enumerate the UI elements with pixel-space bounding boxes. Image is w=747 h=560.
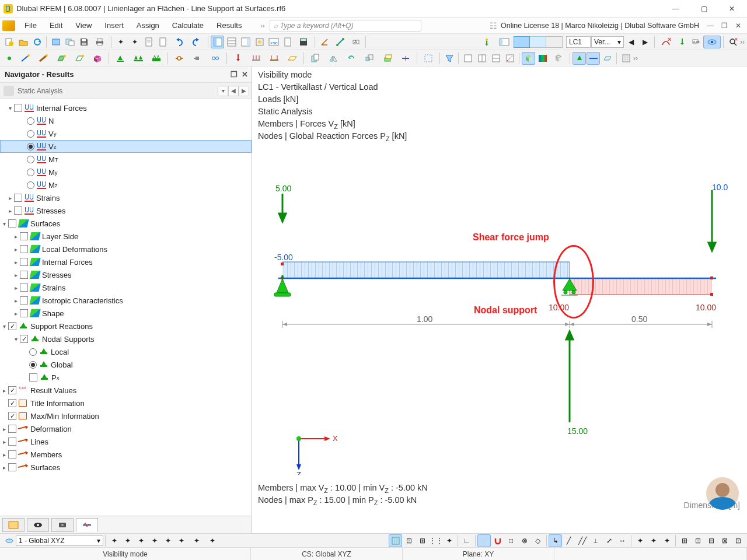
bb-g5[interactable]: ↔	[616, 534, 629, 547]
tb-block-button[interactable]	[49, 36, 62, 48]
menu-calculate[interactable]: Calculate	[166, 19, 210, 32]
t2-surfres-button[interactable]	[601, 52, 614, 65]
tb-star1-button[interactable]: ✦	[114, 36, 127, 48]
bb-d2[interactable]: ⊡	[691, 534, 704, 547]
t2-node-button[interactable]	[2, 52, 16, 65]
tree-if-vz[interactable]: Vz	[0, 140, 252, 153]
bb-g1[interactable]: ╱	[562, 534, 575, 547]
t2-solid-button[interactable]	[89, 52, 106, 65]
tb-tag-button[interactable]: x.xx	[689, 36, 703, 48]
tree-title-info[interactable]: Title Information	[0, 397, 252, 410]
tree-maxmin[interactable]: Max/Min Information	[0, 410, 252, 422]
t2-nload-button[interactable]	[229, 52, 247, 65]
t2-v1-button[interactable]	[461, 52, 474, 65]
t2-solid2-button[interactable]	[550, 52, 567, 65]
bb-os4[interactable]: ◇	[531, 534, 544, 547]
t2-grid-button[interactable]	[619, 52, 633, 65]
tb-script-button[interactable]: >sc	[267, 36, 280, 48]
tree-if-my[interactable]: My	[0, 166, 252, 178]
bb-7[interactable]: ✦	[188, 534, 205, 547]
tb-save-button[interactable]	[77, 36, 90, 48]
minimize-button[interactable]: ―	[664, 1, 687, 17]
bb-5[interactable]: ✦	[161, 534, 174, 547]
maximize-button[interactable]: ▢	[692, 1, 715, 17]
tb-new-button[interactable]	[2, 36, 16, 48]
tb-loads-button[interactable]	[675, 36, 689, 48]
bb-c1[interactable]: ✦	[633, 534, 647, 547]
t2-rigid-button[interactable]	[189, 52, 206, 65]
menu-edit[interactable]: Edit	[44, 19, 68, 32]
nav-tab-results[interactable]	[76, 518, 98, 532]
menu-assign[interactable]: Assign	[131, 19, 165, 32]
tb-windows-button[interactable]	[63, 36, 76, 48]
tree-surf-stresses[interactable]: ▸Stresses	[0, 268, 252, 281]
bb-grid-button[interactable]	[389, 534, 402, 547]
tree-ns-global[interactable]: Global	[0, 358, 252, 371]
bb-c2[interactable]: ✦	[647, 534, 660, 547]
nav-tab-display[interactable]	[27, 518, 49, 532]
tree-internal-forces[interactable]: ▾Internal Forces	[0, 102, 252, 114]
bb-osnap1[interactable]	[477, 534, 491, 547]
t2-select-button[interactable]	[420, 52, 437, 65]
t2-mirror-button[interactable]	[324, 52, 342, 65]
mdi-minimize-button[interactable]: ―	[705, 20, 715, 31]
tb-lc-icon[interactable]	[481, 36, 495, 48]
tree-result-values[interactable]: ▸Result Values	[0, 384, 252, 397]
bb-c3[interactable]: ✦	[660, 534, 673, 547]
bb-4[interactable]: ✦	[148, 534, 161, 547]
t2-mload-button[interactable]	[266, 52, 283, 65]
bb-os3[interactable]: ⊗	[518, 534, 531, 547]
t2-member-button[interactable]	[34, 52, 52, 65]
t2-scale-button[interactable]	[361, 52, 378, 65]
tree-surfaces2[interactable]: ▸Surfaces	[0, 461, 252, 474]
nav-tab-data[interactable]	[2, 518, 25, 532]
bb-8[interactable]: ✦	[205, 534, 219, 547]
t2-contour-button[interactable]	[536, 52, 549, 65]
menu-file[interactable]: File	[19, 19, 43, 32]
loadcase-id-combo[interactable]: LC1	[566, 36, 591, 48]
bb-g4[interactable]: ⤢	[602, 534, 616, 547]
bb-2[interactable]: ✦	[121, 534, 134, 547]
t2-v2-button[interactable]	[475, 52, 488, 65]
t2-v3-button[interactable]	[489, 52, 502, 65]
t2-release-button[interactable]	[207, 52, 224, 65]
menu-view[interactable]: View	[69, 19, 97, 32]
viewport[interactable]: Visibility mode LC1 - Vertikallast / Ver…	[252, 66, 747, 533]
t2-hinge-button[interactable]	[170, 52, 188, 65]
tb-open-button[interactable]	[16, 36, 30, 48]
bb-d5[interactable]: ⊡	[731, 534, 745, 547]
tree-surf-shape[interactable]: ▸Shape	[0, 307, 252, 320]
t2-copy-button[interactable]	[306, 52, 324, 65]
loadcase-name-combo[interactable]: Ver...▾	[591, 36, 624, 48]
overflow-icon[interactable]: ››	[260, 22, 264, 29]
t2-v4-button[interactable]	[503, 52, 516, 65]
tree-if-n[interactable]: N	[0, 114, 252, 127]
cs-combo[interactable]: 1 - Global XYZ▾	[16, 536, 103, 546]
assistant-avatar[interactable]	[706, 477, 739, 510]
tree-surf-strains[interactable]: ▸Strains	[0, 281, 252, 294]
bb-snap1[interactable]: ⊡	[402, 534, 416, 547]
bb-3[interactable]: ✦	[134, 534, 148, 547]
bb-d1[interactable]: ⊞	[678, 534, 691, 547]
tb-doc1-button[interactable]	[142, 36, 155, 48]
nav-tab-views[interactable]	[51, 518, 74, 532]
bb-ortho[interactable]: ∟	[460, 534, 473, 547]
t2-nsupp2-button[interactable]	[573, 52, 586, 65]
bb-workplane-button[interactable]	[2, 534, 16, 547]
tb-table-button[interactable]	[225, 36, 238, 48]
tb-refresh-button[interactable]	[30, 36, 44, 48]
mdi-close-button[interactable]: ✕	[733, 20, 743, 31]
tb-doc2-button[interactable]	[156, 36, 169, 48]
tree-ns-px[interactable]: Px	[0, 371, 252, 384]
tree-if-mz[interactable]: Mz	[0, 178, 252, 191]
tb-angle-button[interactable]	[317, 36, 331, 48]
results-tree[interactable]: ▾Internal Forces N Vy Vz MT My Mz ▸Strai…	[0, 99, 252, 516]
tree-nodal-supports[interactable]: ▾Nodal Supports	[0, 332, 252, 345]
tree-support-reactions[interactable]: ▾Support Reactions	[0, 320, 252, 332]
t2-extrude-button[interactable]	[379, 52, 396, 65]
tb-panel-button[interactable]	[239, 36, 252, 48]
panel-float-button[interactable]: ❐	[229, 70, 239, 79]
bb-d3[interactable]: ⊟	[704, 534, 718, 547]
bb-d4[interactable]: ⊠	[718, 534, 731, 547]
tree-members[interactable]: ▸Members	[0, 448, 252, 461]
